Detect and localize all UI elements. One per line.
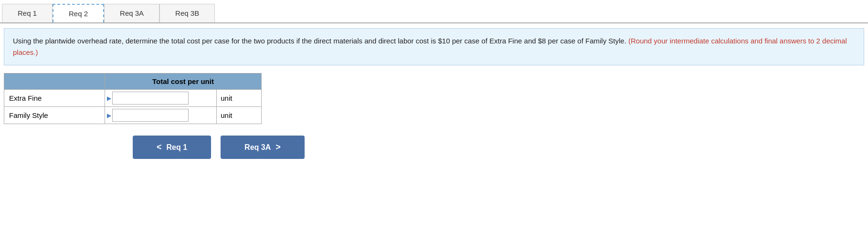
table-section: Total cost per unit Extra Fine ▶ unit Fa… <box>4 73 262 124</box>
table-row: Family Style ▶ unit <box>4 107 262 124</box>
cost-table: Total cost per unit Extra Fine ▶ unit Fa… <box>4 73 262 124</box>
tab-req3b[interactable]: Req 3B <box>159 4 215 22</box>
family-style-input[interactable] <box>112 109 189 122</box>
tabs-container: Req 1 Req 2 Req 3A Req 3B <box>0 0 868 23</box>
tab-req3a[interactable]: Req 3A <box>104 4 159 22</box>
tab-req2[interactable]: Req 2 <box>53 4 104 22</box>
family-style-input-cell: ▶ <box>105 107 216 124</box>
row-label-family-style: Family Style <box>4 107 105 124</box>
next-chevron-icon: > <box>275 142 281 152</box>
family-style-unit: unit <box>217 107 262 124</box>
row-label-extra-fine: Extra Fine <box>4 90 105 107</box>
extra-fine-arrow-icon: ▶ <box>107 95 111 101</box>
instruction-text: Using the plantwide overhead rate, deter… <box>13 37 626 45</box>
tab-req1[interactable]: Req 1 <box>2 4 53 22</box>
next-button-label: Req 3A <box>244 143 271 152</box>
table-row: Extra Fine ▶ unit <box>4 90 262 107</box>
extra-fine-input-cell: ▶ <box>105 90 216 107</box>
extra-fine-unit: unit <box>217 90 262 107</box>
next-button[interactable]: Req 3A > <box>221 136 305 159</box>
table-header-empty <box>4 74 105 90</box>
prev-button[interactable]: < Req 1 <box>133 136 211 159</box>
prev-button-label: Req 1 <box>167 143 188 152</box>
table-header-total-cost: Total cost per unit <box>105 74 261 90</box>
instruction-box: Using the plantwide overhead rate, deter… <box>4 28 864 65</box>
prev-chevron-icon: < <box>157 142 162 152</box>
family-style-arrow-icon: ▶ <box>107 113 111 118</box>
buttons-row: < Req 1 Req 3A > <box>4 136 864 159</box>
extra-fine-input[interactable] <box>112 92 189 105</box>
